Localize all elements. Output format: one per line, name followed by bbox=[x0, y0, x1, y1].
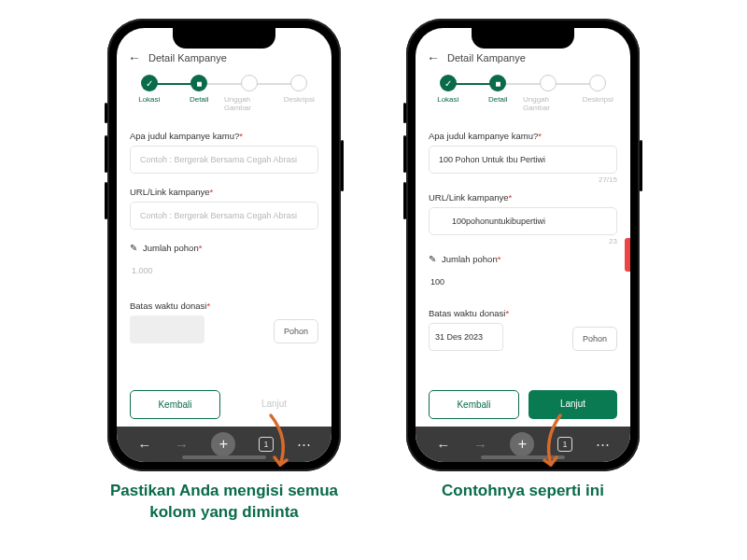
home-indicator bbox=[182, 455, 266, 459]
caption-left: Pastikan Anda mengisi semua kolom yang d… bbox=[107, 481, 341, 524]
step-lokasi-label: Lokasi bbox=[138, 95, 160, 104]
kembali-button[interactable]: Kembali bbox=[429, 390, 519, 419]
title-field-label: Apa judul kampanye kamu?* bbox=[429, 131, 617, 141]
url-field-label: URL/Link kampanye* bbox=[130, 187, 318, 197]
lanjut-button-disabled: Lanjut bbox=[230, 390, 318, 419]
form-body: Apa judul kampanye kamu?* 100 Pohon Untu… bbox=[416, 119, 630, 381]
step-lokasi-icon: ✓ bbox=[141, 75, 158, 91]
unit-pohon-button[interactable]: Pohon bbox=[572, 327, 617, 351]
step-deskripsi-icon bbox=[290, 75, 307, 91]
action-button-row: Kembali Lanjut bbox=[117, 381, 331, 427]
browser-back-icon[interactable]: ← bbox=[436, 437, 450, 453]
browser-tabs-icon[interactable]: 1 bbox=[259, 437, 274, 452]
back-arrow-icon[interactable]: ← bbox=[128, 50, 141, 65]
title-input[interactable]: 100 Pohon Untuk Ibu Pertiwi bbox=[429, 146, 617, 174]
form-body: Apa judul kampanye kamu?* Contoh : Berge… bbox=[117, 119, 331, 381]
step-deskripsi-label: Deskripsi bbox=[583, 95, 613, 104]
step-detail-label: Detail bbox=[190, 95, 208, 104]
step-lokasi-icon: ✓ bbox=[440, 75, 457, 91]
browser-newtab-icon[interactable]: + bbox=[510, 432, 534, 456]
back-arrow-icon[interactable]: ← bbox=[427, 50, 440, 65]
page-title: Detail Kampanye bbox=[148, 52, 227, 63]
lanjut-button[interactable]: Lanjut bbox=[529, 390, 617, 419]
unit-pohon-button[interactable]: Pohon bbox=[274, 319, 318, 343]
url-input[interactable]: Contoh : Bergerak Bersama Cegah Abrasi bbox=[130, 202, 318, 230]
step-detail-label: Detail bbox=[488, 95, 507, 104]
kembali-button[interactable]: Kembali bbox=[130, 390, 220, 419]
phone-mockup-filled: ← Detail Kampanye ✓Lokasi ■Detail Unggah… bbox=[406, 19, 640, 471]
action-button-row: Kembali Lanjut bbox=[416, 381, 630, 427]
side-indicator bbox=[625, 238, 630, 272]
title-field-label: Apa judul kampanye kamu?* bbox=[130, 131, 318, 141]
phone-notch bbox=[472, 28, 574, 49]
page-title: Detail Kampanye bbox=[447, 52, 526, 63]
progress-stepper: ✓Lokasi ■Detail Unggah Gambar Deskripsi bbox=[416, 71, 630, 119]
browser-more-icon[interactable]: ⋯ bbox=[596, 436, 610, 453]
home-indicator bbox=[481, 455, 565, 459]
phone-notch bbox=[173, 28, 275, 49]
deadline-input[interactable] bbox=[130, 315, 204, 343]
deadline-field-label: Batas waktu donasi* bbox=[130, 301, 210, 311]
trees-field-label: ✎Jumlah pohon* bbox=[130, 243, 318, 253]
browser-back-icon[interactable]: ← bbox=[137, 437, 151, 453]
url-field-label: URL/Link kampanye* bbox=[429, 192, 617, 203]
step-unggah-label: Unggah Gambar bbox=[224, 95, 275, 112]
step-lokasi-label: Lokasi bbox=[437, 95, 458, 104]
step-deskripsi-icon bbox=[589, 75, 606, 91]
browser-newtab-icon[interactable]: + bbox=[211, 432, 235, 456]
browser-tabs-icon[interactable]: 1 bbox=[557, 437, 572, 452]
step-unggah-label: Unggah Gambar bbox=[523, 95, 573, 112]
progress-stepper: ✓Lokasi ■Detail Unggah Gambar Deskripsi bbox=[117, 71, 331, 119]
step-detail-icon: ■ bbox=[489, 75, 506, 91]
title-char-counter: 27/15 bbox=[429, 175, 617, 185]
trees-input[interactable]: 100 bbox=[429, 269, 617, 295]
url-input[interactable]: 100pohonuntukibupertiwi bbox=[429, 207, 617, 235]
deadline-input[interactable]: 31 Des 2023 bbox=[429, 323, 503, 351]
browser-more-icon[interactable]: ⋯ bbox=[297, 436, 311, 453]
title-input[interactable]: Contoh : Bergerak Bersama Cegah Abrasi bbox=[130, 146, 318, 174]
step-unggah-icon bbox=[540, 75, 557, 91]
step-unggah-icon bbox=[241, 75, 258, 91]
deadline-field-label: Batas waktu donasi* bbox=[429, 308, 509, 318]
trees-field-label: ✎Jumlah pohon* bbox=[429, 254, 617, 264]
trees-input[interactable]: 1.000 bbox=[130, 258, 318, 284]
caption-right: Contohnya seperti ini bbox=[406, 481, 640, 502]
phone-mockup-empty: ← Detail Kampanye ✓Lokasi ■Detail Unggah… bbox=[107, 19, 341, 471]
step-detail-icon: ■ bbox=[190, 75, 207, 91]
step-deskripsi-label: Deskripsi bbox=[284, 95, 315, 104]
browser-forward-icon[interactable]: → bbox=[473, 437, 487, 453]
url-char-counter: 23 bbox=[429, 237, 617, 246]
browser-forward-icon[interactable]: → bbox=[175, 437, 189, 453]
